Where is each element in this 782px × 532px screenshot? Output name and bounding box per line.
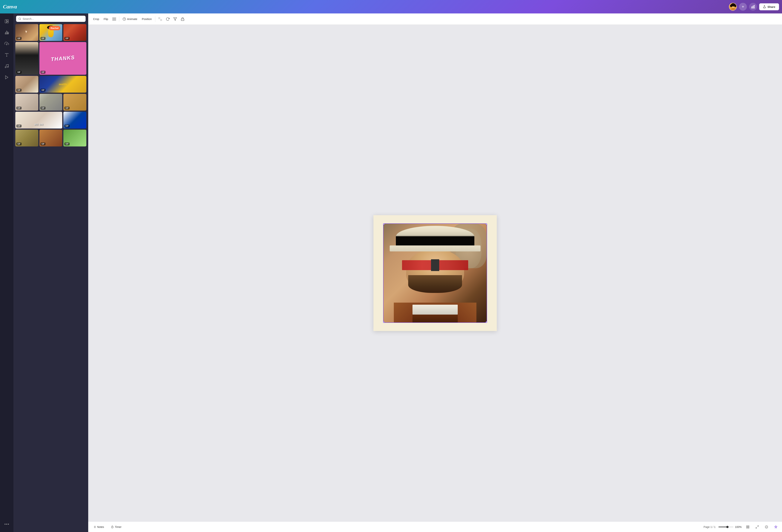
gif-badge: GIF: [16, 143, 22, 145]
gif-badge: GIF: [16, 71, 22, 74]
sidebar-item-video[interactable]: [2, 73, 11, 82]
gif-badge: GIF: [41, 71, 46, 74]
svg-point-25: [19, 18, 21, 20]
gif-item[interactable]: THANKS GIF: [39, 42, 86, 75]
gif-badge: GIF: [41, 89, 46, 91]
gif-item[interactable]: GIF: [63, 94, 86, 111]
svg-rect-32: [160, 19, 162, 21]
svg-rect-34: [158, 19, 160, 21]
gif-badge: GIF: [16, 89, 22, 91]
gif-item[interactable]: GIF: [63, 130, 86, 146]
sidebar-item-elements[interactable]: [2, 28, 11, 37]
sidebar-item-text[interactable]: [2, 50, 11, 60]
gif-item[interactable]: GIF WE ON: [15, 112, 62, 128]
filter-button[interactable]: [172, 16, 178, 23]
svg-rect-33: [160, 17, 162, 19]
svg-rect-11: [7, 20, 8, 21]
svg-line-26: [20, 19, 21, 20]
svg-rect-35: [181, 19, 184, 21]
gif-item[interactable]: seattle GIF: [39, 76, 86, 93]
svg-marker-21: [5, 76, 8, 79]
crop-button[interactable]: Crop: [91, 16, 101, 22]
transparency-button[interactable]: [157, 16, 164, 23]
gif-badge: GIF: [16, 125, 22, 127]
sidebar-item-audio[interactable]: [2, 61, 11, 71]
svg-point-20: [7, 66, 8, 68]
toolbar: Crop Flip Animate Position: [88, 13, 246, 25]
gif-item[interactable]: GIF: [15, 94, 38, 111]
svg-rect-31: [158, 17, 160, 19]
menu-button[interactable]: [111, 16, 117, 22]
gif-item[interactable]: GIF: [15, 42, 38, 75]
svg-rect-12: [7, 22, 8, 23]
svg-point-19: [5, 67, 6, 68]
left-sidebar: [0, 13, 13, 167]
gif-badge: GIF: [65, 107, 70, 110]
gif-badge: GIF: [65, 143, 70, 145]
search-icon: [18, 17, 21, 21]
tooltip-bubble: Rachel: [49, 26, 61, 30]
gif-badge: GIF: [65, 37, 70, 40]
gif-panel: GIF Rachel GIF GIF GIF THANKS: [13, 13, 88, 167]
gif-badge: GIF: [16, 37, 22, 40]
gif-badge: GIF: [41, 37, 46, 40]
header: Canva +: [0, 0, 246, 13]
thanks-text: THANKS: [51, 54, 75, 63]
flip-button[interactable]: Flip: [102, 16, 110, 22]
animate-button[interactable]: Animate: [121, 16, 139, 22]
gif-item[interactable]: GIF: [39, 130, 63, 146]
gif-badge: GIF: [41, 107, 46, 110]
gif-item[interactable]: GIF: [15, 130, 38, 146]
gif-badge: GIF: [16, 107, 22, 110]
we-on-text: WE ON: [34, 123, 43, 126]
gif-grid: GIF Rachel GIF GIF GIF THANKS: [13, 24, 88, 148]
position-button[interactable]: Position: [140, 16, 154, 22]
gif-item[interactable]: GIF: [15, 76, 38, 93]
svg-rect-10: [5, 20, 6, 23]
gif-item[interactable]: Rachel GIF: [39, 24, 63, 41]
search-input-wrap: [16, 16, 85, 22]
rotate-button[interactable]: [164, 16, 171, 23]
search-input[interactable]: [23, 17, 83, 21]
canva-logo[interactable]: Canva: [3, 4, 17, 10]
gif-item[interactable]: GIF: [63, 112, 86, 128]
gif-badge: GIF: [65, 125, 70, 127]
toolbar-divider-2: [155, 16, 155, 22]
gif-item[interactable]: GIF: [63, 24, 86, 41]
lock-button[interactable]: [179, 16, 186, 23]
sidebar-item-panels[interactable]: [2, 16, 11, 26]
gif-badge: GIF: [41, 143, 46, 145]
canvas-area: [88, 25, 246, 167]
gif-item[interactable]: GIF: [15, 24, 38, 41]
gif-item[interactable]: GIF: [39, 94, 63, 111]
sidebar-item-uploads[interactable]: [2, 39, 11, 48]
search-bar: [13, 13, 88, 24]
